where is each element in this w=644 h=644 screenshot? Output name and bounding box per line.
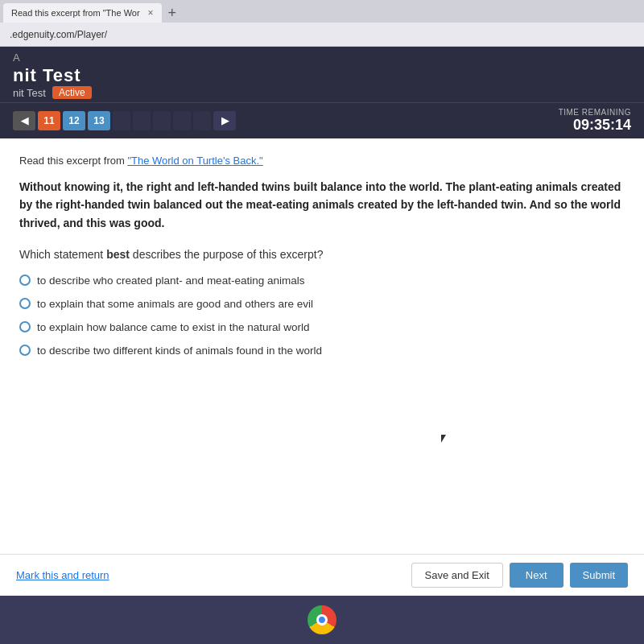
nav-btn-16[interactable] <box>153 111 171 130</box>
prev-button[interactable]: ◀ <box>13 111 35 130</box>
excerpt-text: Without knowing it, the right and left-h… <box>19 178 625 232</box>
next-action-button[interactable]: Next <box>510 563 564 588</box>
nav-btn-14[interactable] <box>113 111 130 130</box>
option-text-3: to explain how balance came to exist in … <box>37 320 309 336</box>
submit-button[interactable]: Submit <box>570 563 628 588</box>
address-text: .edgenuity.com/Player/ <box>10 29 107 40</box>
answer-option-3[interactable]: to explain how balance came to exist in … <box>19 320 625 336</box>
chrome-logo <box>308 605 336 634</box>
time-value: 09:35:14 <box>559 117 631 134</box>
nav-buttons: ◀ 11 12 13 ▶ <box>13 111 236 130</box>
new-tab-button[interactable]: + <box>162 3 184 23</box>
nav-btn-18[interactable] <box>193 111 211 130</box>
nav-btn-13[interactable]: 13 <box>88 111 110 130</box>
action-buttons: Save and Exit Next Submit <box>411 563 628 588</box>
status-badge: Active <box>52 86 92 99</box>
nav-bar: ◀ 11 12 13 ▶ TIME REMAINING 09:35:14 <box>0 102 644 138</box>
question-text: Which statement best describes the purpo… <box>19 248 625 261</box>
screen-container: Read this excerpt from "The Wor × + .edg… <box>0 0 644 596</box>
source-prefix: Read this excerpt from <box>19 155 127 167</box>
nav-btn-11[interactable]: 11 <box>38 111 60 130</box>
next-button[interactable]: ▶ <box>213 111 236 130</box>
nav-btn-12[interactable]: 12 <box>63 111 85 130</box>
radio-1[interactable] <box>19 275 31 286</box>
time-label: TIME REMAINING <box>559 108 631 117</box>
section-label: A <box>13 52 20 64</box>
source-link-anchor[interactable]: "The World on Turtle's Back." <box>127 155 262 167</box>
app-area: A nit Test nit Test Active ◀ 11 12 13 ▶ <box>0 47 644 596</box>
tab-title: Read this excerpt from "The Wor <box>11 8 140 18</box>
radio-2[interactable] <box>19 298 31 309</box>
mark-return-button[interactable]: Mark this and return <box>16 569 109 581</box>
question-prefix: Which statement <box>19 248 106 261</box>
answer-option-4[interactable]: to describe two different kinds of anima… <box>19 344 625 359</box>
source-link: Read this excerpt from "The World on Tur… <box>19 155 625 167</box>
taskbar <box>0 596 644 644</box>
answer-option-1[interactable]: to describe who created plant- and meat-… <box>19 274 625 289</box>
question-suffix: describes the purpose of this excerpt? <box>130 248 323 261</box>
app-header-top: A <box>13 52 631 64</box>
chrome-icon[interactable] <box>308 605 336 634</box>
app-subtitle: nit Test Active <box>13 86 631 99</box>
subtitle-text: nit Test <box>13 87 46 99</box>
app-header: A nit Test nit Test Active <box>0 47 644 102</box>
option-text-4: to describe two different kinds of anima… <box>37 344 322 359</box>
time-remaining: TIME REMAINING 09:35:14 <box>559 108 631 134</box>
content-area: Read this excerpt from "The World on Tur… <box>0 138 644 554</box>
chrome-inner-circle <box>316 614 328 625</box>
browser-tab[interactable]: Read this excerpt from "The Wor × <box>3 3 162 23</box>
answer-options: to describe who created plant- and meat-… <box>19 274 625 359</box>
nav-btn-15[interactable] <box>133 111 151 130</box>
answer-option-2[interactable]: to explain that some animals are good an… <box>19 297 625 312</box>
option-text-2: to explain that some animals are good an… <box>37 297 313 312</box>
save-exit-button[interactable]: Save and Exit <box>411 563 503 588</box>
action-bar: Mark this and return Save and Exit Next … <box>0 554 644 596</box>
nav-btn-17[interactable] <box>173 111 191 130</box>
radio-3[interactable] <box>19 321 31 332</box>
question-bold: best <box>106 248 130 261</box>
address-bar[interactable]: .edgenuity.com/Player/ <box>0 23 644 47</box>
option-text-1: to describe who created plant- and meat-… <box>37 274 304 289</box>
tab-close-button[interactable]: × <box>148 7 154 19</box>
radio-4[interactable] <box>19 345 31 356</box>
browser-tabs: Read this excerpt from "The Wor × + <box>0 0 644 23</box>
app-title: nit Test <box>13 65 631 86</box>
